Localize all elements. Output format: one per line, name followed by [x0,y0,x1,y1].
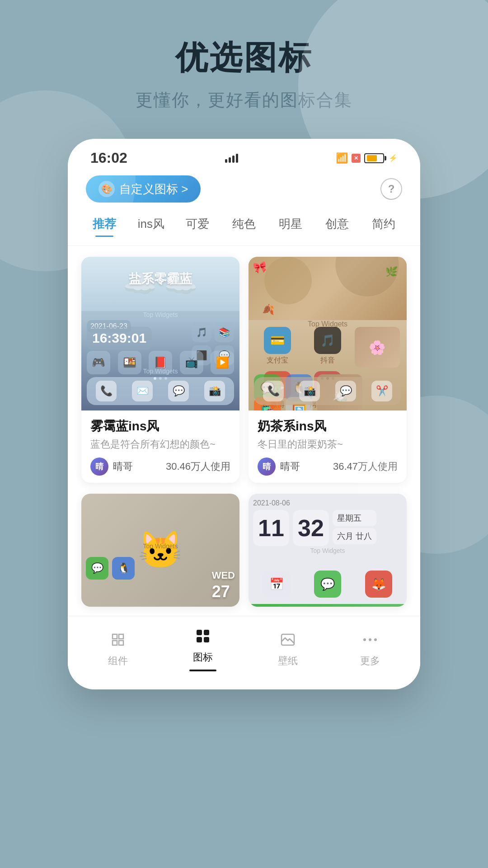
wed-date: WED 27 [212,570,235,601]
usage-count-1: 30.46万人使用 [166,460,230,473]
author-avatar-2: 晴 [258,458,276,476]
top-widgets-label1: Top Widgets [143,311,178,318]
milk-tea-dock: 📞 📸 💬 ✂️ [254,377,401,405]
blue-mist-card-desc: 蓝色是符合所有幻想的颜色~ [90,438,230,451]
cat-qq: 🐧 [112,557,135,580]
date-card[interactable]: 2021-08-06 11 32 星期五 六月 廿八 Top Widgets [249,494,407,607]
mt-app-alipay: 💳 [264,327,291,354]
cat-card[interactable]: 🐱 💬 🐧 WED 27 Top Widgets [81,494,239,607]
hour-block: 11 [253,510,289,546]
date-app-weibo: 🦊 [365,571,392,598]
sticker3: 🍂 [262,304,274,316]
cat-top-widgets: Top Widgets [143,542,178,550]
green-bar [249,604,407,607]
tab-cute[interactable]: 可爱 [174,212,221,236]
dock-mail: ✉️ [132,381,153,401]
app-icon-music: 🎵 [192,322,211,342]
nav-widgets-label: 组件 [108,654,128,668]
svg-point-6 [369,638,371,641]
date-top-widgets: Top Widgets [310,547,345,554]
partial-cards: 🐱 💬 🐧 WED 27 Top Widgets [68,494,420,616]
page-title: 优选图标 [175,36,313,80]
wed-preview: 2021-08-06 11 32 星期五 六月 廿八 Top Widgets [249,494,407,607]
nav-wallpaper-label: 壁纸 [278,654,298,668]
small-app-icons: 🎵 📚 [192,322,234,342]
dock-row: 📞 ✉️ 💬 📸 [87,377,234,405]
mt-dock-msg: 💬 [335,381,356,401]
nav-wallpaper[interactable]: 壁纸 [277,629,299,668]
author-avatar-1: 晴 [90,458,108,476]
nav-widgets-icon [107,629,129,651]
signal-icon [225,154,238,163]
nav-wallpaper-icon [277,629,299,651]
mini-app-row: 📅 💬 🦊 [253,571,402,598]
svg-rect-2 [197,637,202,642]
nav-more[interactable]: 更多 [359,629,381,668]
tab-ins[interactable]: ins风 [128,212,174,236]
tab-star[interactable]: 明星 [267,212,314,236]
blue-mist-card-title: 雾霭蓝ins风 [90,418,230,435]
dock-phone: 📞 [96,381,117,401]
date-app-1: 📅 [263,571,290,598]
app-xiaohongshu: 📕 [149,351,172,374]
svg-point-7 [374,638,377,641]
tab-recommended[interactable]: 推荐 [81,212,128,236]
nav-icons-icon [192,625,214,647]
nav-icons[interactable]: 图标 [189,625,216,671]
svg-rect-3 [204,637,209,642]
app-meituan: 🍱 [118,351,141,374]
clock-widget: 16:39:01 [87,327,152,349]
cat-app-icons: 💬 🐧 [86,557,135,580]
tab-creative[interactable]: 创意 [314,212,360,236]
mt-dock-insta: 📸 [299,381,320,401]
cat-preview: 🐱 💬 🐧 WED 27 Top Widgets [81,494,239,607]
nav-widgets[interactable]: 组件 [107,629,129,668]
date-app-wechat: 💬 [314,571,341,598]
cat-wechat: 💬 [86,557,108,580]
author-name-1: 晴哥 [113,460,133,473]
min-block: 32 [293,510,329,546]
milk-tea-photo: 🎀 🌿 🍂 [249,257,407,320]
mt-dock-phone: 📞 [263,381,284,401]
blue-mist-title: 盐系零霾蓝 [129,270,192,288]
sticker1: 🎀 [252,260,267,275]
svg-rect-1 [204,630,209,635]
mt-app-tiktok: 🎵 [314,327,341,354]
dock-chat: 💬 [168,381,189,401]
milk-tea-preview: 🎀 🌿 🍂 Top Widgets 💳 支付宝 🎵 抖音 [249,257,407,410]
svg-point-5 [363,638,366,641]
svg-rect-0 [197,630,202,635]
app-bilibili: 📺 [180,351,203,374]
date-display-area: 2021-08-06 11 32 星期五 六月 廿八 [253,499,402,546]
app-player: ▶️ [211,351,234,374]
tab-solid[interactable]: 纯色 [221,212,267,236]
nav-more-icon [359,629,381,651]
app-icon-book: 📚 [214,322,234,342]
lunar-block: 六月 廿八 [333,528,376,544]
author-name-2: 晴哥 [280,460,300,473]
battery-icon [364,153,384,163]
category-tabs: 推荐 ins风 可爱 纯色 明星 创意 简约 [68,212,420,246]
nav-more-label: 更多 [360,654,380,668]
mt-dock-cut: ✂️ [371,381,392,401]
bottom-nav: 组件 图标 [68,616,420,689]
phone-frame: 16:02 📶 ✕ ⚡ 🎨 自定义图标 > [68,139,420,689]
blue-mist-info: 雾霭蓝ins风 蓝色是符合所有幻想的颜色~ 晴 晴哥 30.46万人使用 [81,410,239,483]
nav-active-indicator [189,670,216,671]
author-info-2: 晴 晴哥 [258,458,300,476]
app-tencent: 🎮 [87,351,110,374]
weekday-block: 星期五 [333,510,376,526]
blue-mist-preview: 👑 ☁️ ☁️ 盐系零霾蓝 Top Widgets 2021-06-23 16:… [81,257,239,410]
author-info-1: 晴 晴哥 [90,458,133,476]
mt-photo-collage: 🌸 [355,327,400,368]
blue-mist-card[interactable]: 👑 ☁️ ☁️ 盐系零霾蓝 Top Widgets 2021-06-23 16:… [81,257,239,483]
dock-camera: 📸 [204,381,225,401]
nav-icons-label: 图标 [193,651,213,664]
sticker2: 🌿 [385,265,398,278]
bottom-app-row: 🎮 🍱 📕 📺 ▶️ [87,351,234,374]
tab-simple[interactable]: 简约 [360,212,407,236]
blue-mist-meta: 晴 晴哥 30.46万人使用 [90,458,230,476]
